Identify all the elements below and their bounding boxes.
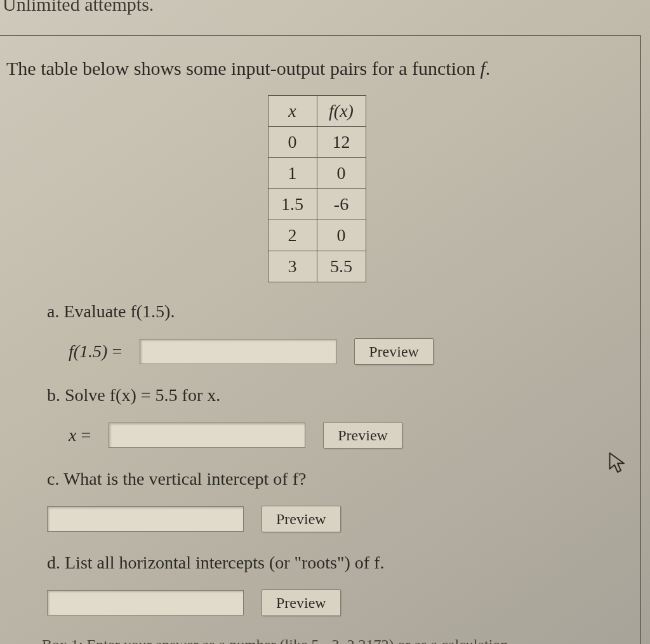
- cell: 5.5: [317, 251, 366, 282]
- cell: 0: [317, 220, 366, 251]
- cell: 0: [268, 127, 317, 158]
- question-d-text: d. List all horizontal intercepts (or "r…: [47, 553, 627, 573]
- page-root: Unlimited attempts. The table below show…: [0, 0, 650, 644]
- cell: 2: [268, 220, 317, 251]
- io-table: x f(x) 0 12 1 0 1.5 -6 2: [268, 95, 366, 282]
- answer-input-c[interactable]: [47, 506, 244, 532]
- cell: 0: [317, 158, 366, 189]
- preview-button-a[interactable]: Preview: [354, 338, 434, 365]
- question-c-text: c. What is the vertical intercept of f?: [47, 469, 627, 489]
- question-a-text: a. Evaluate f(1.5).: [47, 301, 627, 322]
- table-row: 0 12: [268, 127, 366, 158]
- cell: 1.5: [268, 189, 317, 220]
- lhs-b: x =: [69, 425, 91, 445]
- cell: 3: [268, 251, 317, 282]
- table-row: 1 0: [268, 158, 366, 189]
- table-row: 2 0: [268, 220, 366, 251]
- answer-input-b[interactable]: [109, 423, 305, 448]
- question-container: The table below shows some input-output …: [0, 35, 641, 644]
- question-a: a. Evaluate f(1.5). f(1.5) = Preview: [47, 301, 627, 365]
- table-row: 3 5.5: [268, 251, 366, 282]
- question-b: b. Solve f(x) = 5.5 for x. x = Preview: [47, 385, 627, 449]
- preview-button-d[interactable]: Preview: [262, 589, 341, 616]
- question-b-text: b. Solve f(x) = 5.5 for x.: [47, 385, 627, 405]
- table-header-x: x: [268, 96, 317, 127]
- question-c: c. What is the vertical intercept of f? …: [47, 469, 627, 532]
- answer-input-a[interactable]: [140, 339, 336, 364]
- question-d: d. List all horizontal intercepts (or "r…: [47, 553, 627, 616]
- header-fragment: Unlimited attempts.: [0, 0, 154, 15]
- cell: 12: [317, 127, 366, 158]
- box-hint: Box 1: Enter your answer as a number (li…: [42, 636, 627, 644]
- table-row: 1.5 -6: [268, 189, 366, 220]
- cell: -6: [317, 189, 366, 220]
- intro-text: The table below shows some input-output …: [6, 58, 627, 79]
- preview-button-c[interactable]: Preview: [262, 506, 341, 532]
- lhs-a: f(1.5) =: [69, 341, 122, 362]
- table-header-fx: f(x): [317, 96, 366, 127]
- preview-button-b[interactable]: Preview: [323, 422, 402, 449]
- cursor-icon: [608, 451, 627, 474]
- answer-input-d[interactable]: [47, 590, 244, 615]
- cell: 1: [268, 158, 317, 189]
